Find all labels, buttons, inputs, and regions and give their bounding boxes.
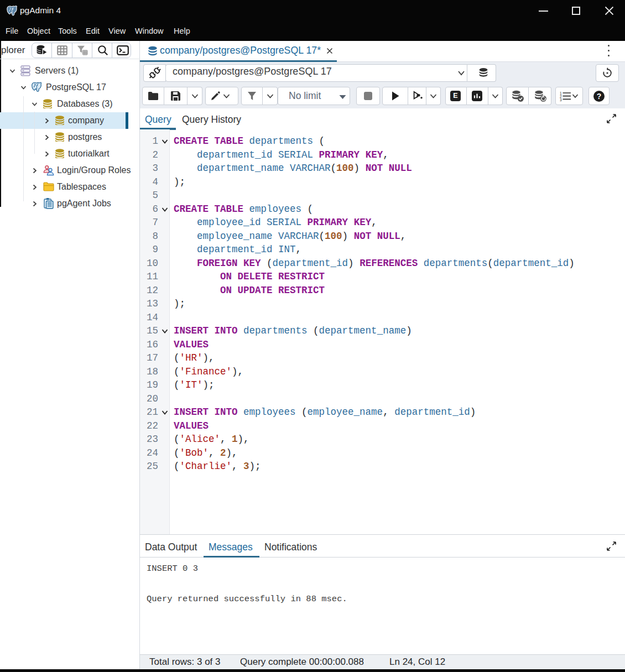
svg-text:3: 3 [560,98,562,102]
